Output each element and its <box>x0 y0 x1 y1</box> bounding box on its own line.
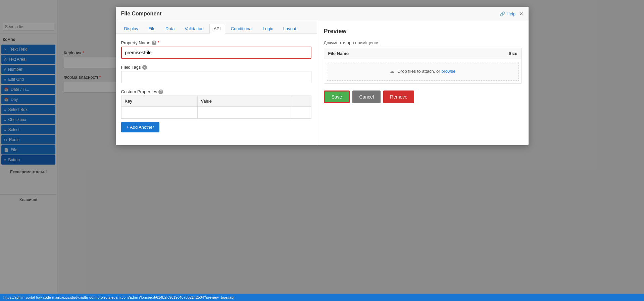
property-name-group: Property Name ? * <box>121 40 311 59</box>
file-table-header: File Name Size <box>324 48 522 59</box>
action-buttons: Save Cancel Remove <box>324 91 522 103</box>
preview-section-label: Документи про приміщення <box>324 40 522 45</box>
modal-left-panel: Display File Data Validation API Conditi… <box>116 21 317 145</box>
custom-properties-group: Custom Properties ? Key Value <box>121 89 311 132</box>
action-cell <box>291 107 311 119</box>
custom-properties-table: Key Value <box>121 96 311 119</box>
browse-link[interactable]: browse <box>441 69 455 74</box>
help-icon: 🔗 <box>500 11 505 16</box>
modal-header-right: 🔗 Help × <box>500 11 523 17</box>
preview-title: Preview <box>324 28 522 35</box>
field-tags-group: Field Tags ? <box>121 65 311 83</box>
modal-body: Display File Data Validation API Conditi… <box>116 21 529 145</box>
drop-text: Drop files to attach, or <box>397 69 440 74</box>
tab-display[interactable]: Display <box>120 24 143 33</box>
value-cell <box>197 107 291 119</box>
tab-api[interactable]: API <box>209 24 225 34</box>
close-button[interactable]: × <box>519 11 523 17</box>
status-bar: https://admin-portal-low-code-main.apps.… <box>0 294 644 301</box>
key-cell <box>121 107 197 119</box>
property-name-required: * <box>158 40 159 45</box>
file-drop-area[interactable]: ☁ Drop files to attach, or browse <box>327 62 519 81</box>
modal-right-panel: Preview Документи про приміщення File Na… <box>317 21 529 145</box>
table-row <box>121 107 311 119</box>
remove-button[interactable]: Remove <box>383 91 414 103</box>
tab-conditional[interactable]: Conditional <box>227 24 257 33</box>
field-tags-info-icon: ? <box>142 65 147 70</box>
tab-logic[interactable]: Logic <box>258 24 278 33</box>
custom-properties-info-icon: ? <box>158 89 163 94</box>
modal-title: File Component <box>121 11 162 17</box>
modal-header: File Component 🔗 Help × <box>116 7 529 21</box>
tab-layout[interactable]: Layout <box>279 24 301 33</box>
property-name-label: Property Name ? * <box>121 40 311 45</box>
tabs-container: Display File Data Validation API Conditi… <box>116 21 317 34</box>
tab-validation[interactable]: Validation <box>181 24 208 33</box>
tab-data[interactable]: Data <box>161 24 179 33</box>
cancel-button[interactable]: Cancel <box>352 91 381 103</box>
field-tags-label: Field Tags ? <box>121 65 311 70</box>
help-label: Help <box>506 11 515 16</box>
help-link[interactable]: 🔗 Help <box>500 11 515 16</box>
custom-properties-label: Custom Properties ? <box>121 89 311 94</box>
value-column-header: Value <box>197 96 291 107</box>
file-upload-area: File Name Size ☁ Drop files to attach, o… <box>324 48 522 84</box>
key-column-header: Key <box>121 96 197 107</box>
cloud-upload-icon: ☁ <box>390 69 394 74</box>
add-another-button[interactable]: + Add Another <box>121 122 159 132</box>
field-tags-input[interactable] <box>121 71 311 83</box>
actions-column-header <box>291 96 311 107</box>
tab-content-api: Property Name ? * Field Tags ? <box>116 34 317 145</box>
modal-overlay: File Component 🔗 Help × Display File Dat… <box>0 0 644 301</box>
property-name-info-icon: ? <box>152 41 156 45</box>
save-button[interactable]: Save <box>324 91 350 103</box>
modal-dialog: File Component 🔗 Help × Display File Dat… <box>116 7 529 145</box>
size-column-header: Size <box>484 51 517 56</box>
status-url: https://admin-portal-low-code-main.apps.… <box>3 295 234 299</box>
file-name-column-header: File Name <box>328 51 484 56</box>
tab-file[interactable]: File <box>144 24 160 33</box>
property-name-input[interactable] <box>121 47 311 59</box>
